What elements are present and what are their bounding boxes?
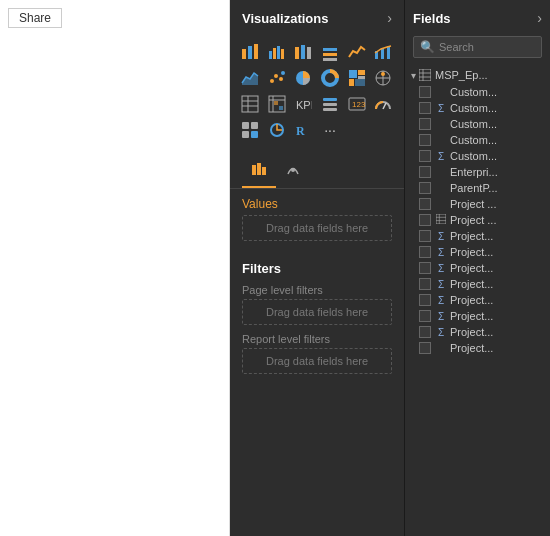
- svg-rect-22: [349, 70, 357, 78]
- viz-icon-donut-chart[interactable]: [318, 66, 342, 90]
- sigma-icon: Σ: [435, 263, 447, 274]
- viz-icon-matrix[interactable]: [265, 92, 289, 116]
- field-checkbox[interactable]: [419, 86, 431, 98]
- list-item[interactable]: ΣProject...: [405, 308, 550, 324]
- page-filters-group: Page level filters Drag data fields here: [242, 284, 392, 325]
- viz-icon-kpi[interactable]: KPI: [291, 92, 315, 116]
- share-button[interactable]: Share: [8, 8, 62, 28]
- filters-header: Filters: [242, 261, 392, 276]
- field-checkbox[interactable]: [419, 262, 431, 274]
- field-name-label: Project...: [450, 294, 493, 306]
- list-item[interactable]: ΣProject...: [405, 228, 550, 244]
- field-parent-node[interactable]: ▾ MSP_Ep...: [405, 66, 550, 84]
- visualizations-header: Visualizations ›: [230, 0, 404, 36]
- fields-panel: Fields › 🔍 ▾ MSP_Ep... Custom...ΣCustom.…: [405, 0, 550, 536]
- svg-rect-39: [279, 106, 283, 110]
- svg-rect-31: [242, 96, 258, 112]
- viz-icon-stacked-bar[interactable]: [238, 40, 262, 64]
- viz-icon-more[interactable]: ···: [318, 118, 342, 142]
- field-checkbox[interactable]: [419, 102, 431, 114]
- field-parent-name: MSP_Ep...: [435, 69, 488, 81]
- viz-icon-custom1[interactable]: [238, 118, 262, 142]
- viz-icon-line-chart[interactable]: [345, 40, 369, 64]
- list-item[interactable]: Enterpri...: [405, 164, 550, 180]
- sigma-icon: Σ: [435, 327, 447, 338]
- viz-icon-bar-chart2[interactable]: [318, 40, 342, 64]
- field-checkbox[interactable]: [419, 182, 431, 194]
- field-name-label: Project...: [450, 246, 493, 258]
- viz-icon-slicer[interactable]: [318, 92, 342, 116]
- list-item[interactable]: ΣProject...: [405, 244, 550, 260]
- list-item[interactable]: ParentP...: [405, 180, 550, 196]
- field-name-label: Project ...: [450, 214, 496, 226]
- viz-icon-treemap[interactable]: [345, 66, 369, 90]
- svg-rect-5: [277, 46, 280, 59]
- field-checkbox[interactable]: [419, 198, 431, 210]
- field-checkbox[interactable]: [419, 246, 431, 258]
- field-checkbox[interactable]: [419, 166, 431, 178]
- field-checkbox[interactable]: [419, 134, 431, 146]
- drag-page-filters-placeholder[interactable]: Drag data fields here: [242, 299, 392, 325]
- drag-report-filters-placeholder[interactable]: Drag data fields here: [242, 348, 392, 374]
- field-name-label: Custom...: [450, 118, 497, 130]
- list-item[interactable]: Custom...: [405, 132, 550, 148]
- viz-icon-card[interactable]: 123: [345, 92, 369, 116]
- fields-expand-icon[interactable]: ›: [537, 10, 542, 26]
- field-checkbox[interactable]: [419, 342, 431, 354]
- viz-icon-scatter-chart[interactable]: [265, 66, 289, 90]
- field-checkbox[interactable]: [419, 214, 431, 226]
- field-name-label: Custom...: [450, 150, 497, 162]
- list-item[interactable]: ΣProject...: [405, 324, 550, 340]
- list-item[interactable]: ΣProject...: [405, 276, 550, 292]
- viz-icon-combo-chart[interactable]: [371, 40, 395, 64]
- viz-icon-gauge[interactable]: [371, 92, 395, 116]
- svg-rect-38: [274, 101, 278, 105]
- viz-icon-area-chart[interactable]: [238, 66, 262, 90]
- list-item[interactable]: ΣProject...: [405, 260, 550, 276]
- svg-rect-2: [254, 44, 258, 59]
- viz-icon-table[interactable]: [238, 92, 262, 116]
- field-checkbox[interactable]: [419, 294, 431, 306]
- field-checkbox[interactable]: [419, 278, 431, 290]
- viz-icon-custom-visual[interactable]: [265, 118, 289, 142]
- list-item[interactable]: ΣCustom...: [405, 100, 550, 116]
- svg-rect-26: [355, 79, 365, 86]
- svg-rect-1: [248, 46, 252, 59]
- fields-title: Fields: [413, 11, 451, 26]
- filters-title: Filters: [242, 261, 281, 276]
- visualizations-title: Visualizations: [242, 11, 328, 26]
- field-checkbox[interactable]: [419, 326, 431, 338]
- list-item[interactable]: ΣProject...: [405, 292, 550, 308]
- viz-tab-build[interactable]: [242, 156, 276, 188]
- field-checkbox[interactable]: [419, 150, 431, 162]
- viz-icon-r-script[interactable]: R: [291, 118, 315, 142]
- viz-icon-clustered-bar[interactable]: [265, 40, 289, 64]
- search-input[interactable]: [439, 41, 529, 53]
- viz-tab-format[interactable]: [276, 156, 310, 188]
- svg-rect-4: [273, 48, 276, 59]
- svg-rect-42: [323, 103, 337, 106]
- filters-section: Filters Page level filters Drag data fie…: [230, 253, 404, 390]
- list-item[interactable]: Custom...: [405, 116, 550, 132]
- viz-icon-pie-chart[interactable]: [291, 66, 315, 90]
- viz-icon-map[interactable]: [371, 66, 395, 90]
- drag-values-placeholder[interactable]: Drag data fields here: [242, 215, 392, 241]
- field-checkbox[interactable]: [419, 310, 431, 322]
- list-item[interactable]: Project...: [405, 340, 550, 356]
- list-item[interactable]: Custom...: [405, 84, 550, 100]
- visualizations-expand-icon[interactable]: ›: [387, 10, 392, 26]
- svg-line-46: [383, 103, 386, 109]
- svg-rect-61: [436, 214, 446, 224]
- fields-search-box[interactable]: 🔍: [413, 36, 542, 58]
- field-name-label: Custom...: [450, 102, 497, 114]
- field-checkbox[interactable]: [419, 118, 431, 130]
- svg-rect-14: [381, 48, 384, 59]
- list-item[interactable]: ΣCustom...: [405, 148, 550, 164]
- visualizations-panel: Visualizations ›: [230, 0, 405, 536]
- field-checkbox[interactable]: [419, 230, 431, 242]
- viz-icon-100pct-bar[interactable]: [291, 40, 315, 64]
- svg-rect-23: [358, 70, 365, 75]
- list-item[interactable]: Project ...: [405, 196, 550, 212]
- list-item[interactable]: Project ...: [405, 212, 550, 228]
- svg-rect-43: [323, 108, 337, 111]
